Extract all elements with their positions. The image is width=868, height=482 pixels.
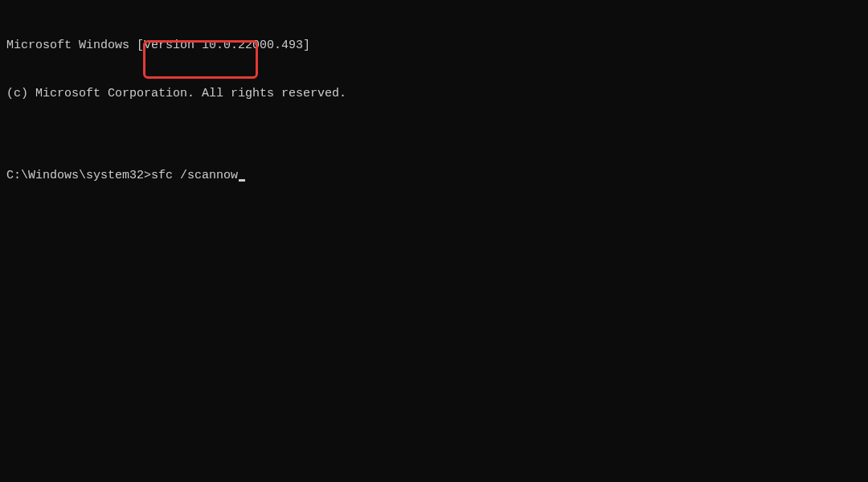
command-prompt-terminal[interactable]: Microsoft Windows [Version 10.0.22000.49… xyxy=(0,0,868,205)
banner-line-2: (c) Microsoft Corporation. All rights re… xyxy=(6,86,862,102)
command-input-wrap[interactable]: sfc /scannow xyxy=(151,168,245,184)
prompt-path: C:\Windows\system32> xyxy=(6,168,151,184)
banner-line-1: Microsoft Windows [Version 10.0.22000.49… xyxy=(6,38,862,54)
text-cursor-icon xyxy=(239,179,245,182)
prompt-line[interactable]: C:\Windows\system32> sfc /scannow xyxy=(6,168,862,184)
command-input-text[interactable]: sfc /scannow xyxy=(151,168,238,184)
